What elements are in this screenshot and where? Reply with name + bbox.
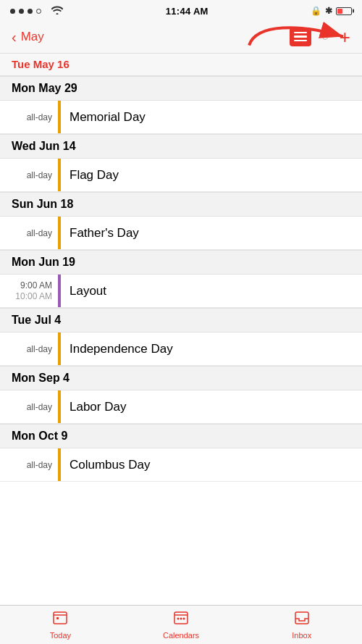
- event-name-0-0: Memorial Day: [70, 110, 146, 125]
- tab-inbox[interactable]: Inbox: [241, 606, 362, 644]
- chevron-left-icon: ‹: [12, 30, 17, 44]
- date-header-text-4: Tue Jul 4: [12, 314, 61, 326]
- calendars-tab-label: Calendars: [163, 631, 199, 640]
- event-row-1-0[interactable]: all-dayFlag Day: [0, 159, 362, 192]
- event-name-col-1-0: Flag Day: [61, 159, 362, 191]
- event-name-6-0: Columbus Day: [70, 458, 151, 472]
- tab-bar: Today Calendars Inbox: [0, 605, 362, 644]
- status-left: [10, 4, 63, 17]
- event-time-primary-3-0: 9:00 AM: [20, 280, 52, 290]
- tab-today[interactable]: Today: [0, 606, 121, 644]
- svg-rect-1: [54, 612, 67, 624]
- date-header-0: Mon May 29: [0, 76, 362, 101]
- event-time-primary-1-0: all-day: [27, 170, 52, 180]
- event-row-4-0[interactable]: all-dayIndependence Day: [0, 333, 362, 366]
- status-time: 11:44 AM: [166, 6, 209, 17]
- nav-back-label: May: [21, 30, 44, 44]
- list-line-1: [294, 32, 307, 34]
- event-name-5-0: Labor Day: [70, 400, 126, 414]
- back-button[interactable]: ‹ May: [12, 30, 44, 44]
- event-time-col-6-0: all-day: [0, 448, 58, 481]
- signal-dot-2: [19, 9, 24, 14]
- date-header-3: Mon Jun 19: [0, 250, 362, 275]
- date-header-1: Wed Jun 14: [0, 134, 362, 159]
- date-header-text-6: Mon Oct 9: [12, 430, 67, 442]
- today-tab-icon: [52, 610, 68, 630]
- events-list: Mon May 29all-dayMemorial DayWed Jun 14a…: [0, 76, 362, 482]
- date-header-2: Sun Jun 18: [0, 192, 362, 217]
- today-date: Tue May 16: [12, 58, 70, 70]
- wifi-icon: [51, 6, 63, 17]
- event-name-col-5-0: Labor Day: [61, 390, 362, 423]
- svg-point-8: [183, 618, 185, 620]
- inbox-tab-label: Inbox: [292, 631, 311, 640]
- date-header-4: Tue Jul 4: [0, 308, 362, 333]
- today-tab-label: Today: [50, 631, 71, 640]
- event-row-3-0[interactable]: 9:00 AM10:00 AMLayout: [0, 275, 362, 308]
- event-name-2-0: Father's Day: [70, 226, 139, 241]
- date-header-text-1: Wed Jun 14: [12, 140, 76, 152]
- event-time-primary-0-0: all-day: [27, 112, 52, 122]
- event-name-col-4-0: Independence Day: [61, 333, 362, 365]
- event-time-col-0-0: all-day: [0, 101, 58, 133]
- status-bar: 11:44 AM 🔒 ✱: [0, 0, 362, 20]
- event-time-primary-5-0: all-day: [27, 402, 52, 412]
- event-time-col-1-0: all-day: [0, 159, 58, 191]
- add-event-button[interactable]: +: [340, 28, 350, 46]
- event-name-col-2-0: Father's Day: [61, 217, 362, 249]
- date-header-text-3: Mon Jun 19: [12, 256, 75, 268]
- event-name-4-0: Independence Day: [70, 342, 173, 356]
- svg-rect-3: [56, 617, 59, 619]
- signal-dot-4: [36, 9, 41, 14]
- event-time-col-3-0: 9:00 AM10:00 AM: [0, 275, 58, 307]
- event-row-5-0[interactable]: all-dayLabor Day: [0, 390, 362, 424]
- date-header-text-0: Mon May 29: [12, 82, 77, 94]
- event-name-col-0-0: Memorial Day: [61, 101, 362, 133]
- nav-right-buttons: ○ +: [290, 28, 350, 46]
- event-time-col-2-0: all-day: [0, 217, 58, 249]
- event-name-col-3-0: Layout: [61, 275, 362, 307]
- date-header-6: Mon Oct 9: [0, 424, 362, 448]
- event-time-secondary-3-0: 10:00 AM: [15, 291, 52, 301]
- signal-dot-3: [28, 9, 33, 14]
- svg-point-7: [180, 618, 182, 620]
- list-line-2: [294, 35, 307, 38]
- event-time-primary-4-0: all-day: [27, 344, 52, 354]
- bluetooth-icon: ✱: [325, 6, 332, 16]
- event-name-1-0: Flag Day: [70, 168, 119, 183]
- event-time-col-5-0: all-day: [0, 390, 58, 423]
- tab-calendars[interactable]: Calendars: [121, 606, 242, 644]
- signal-dot-1: [10, 9, 15, 14]
- date-header-5: Mon Sep 4: [0, 366, 362, 390]
- lock-icon: 🔒: [311, 6, 321, 16]
- today-header: Tue May 16: [0, 54, 362, 76]
- event-name-col-6-0: Columbus Day: [61, 448, 362, 481]
- event-row-6-0[interactable]: all-dayColumbus Day: [0, 448, 362, 482]
- svg-point-6: [177, 618, 180, 620]
- event-name-3-0: Layout: [70, 284, 106, 298]
- nav-bar: ‹ May ○ +: [0, 20, 362, 54]
- event-time-primary-2-0: all-day: [27, 228, 52, 238]
- list-view-button[interactable]: [290, 28, 311, 46]
- inbox-tab-icon: [294, 610, 310, 630]
- battery-icon: [336, 7, 352, 15]
- date-header-text-2: Sun Jun 18: [12, 198, 73, 210]
- event-row-2-0[interactable]: all-dayFather's Day: [0, 217, 362, 250]
- list-line-3: [294, 40, 307, 42]
- event-time-col-4-0: all-day: [0, 333, 58, 365]
- svg-rect-9: [295, 612, 308, 624]
- date-header-text-5: Mon Sep 4: [12, 372, 70, 384]
- calendars-tab-icon: [173, 610, 189, 630]
- status-right: 🔒 ✱: [311, 6, 352, 16]
- event-time-primary-6-0: all-day: [27, 460, 52, 470]
- search-icon[interactable]: ○: [321, 29, 329, 44]
- event-row-0-0[interactable]: all-dayMemorial Day: [0, 101, 362, 134]
